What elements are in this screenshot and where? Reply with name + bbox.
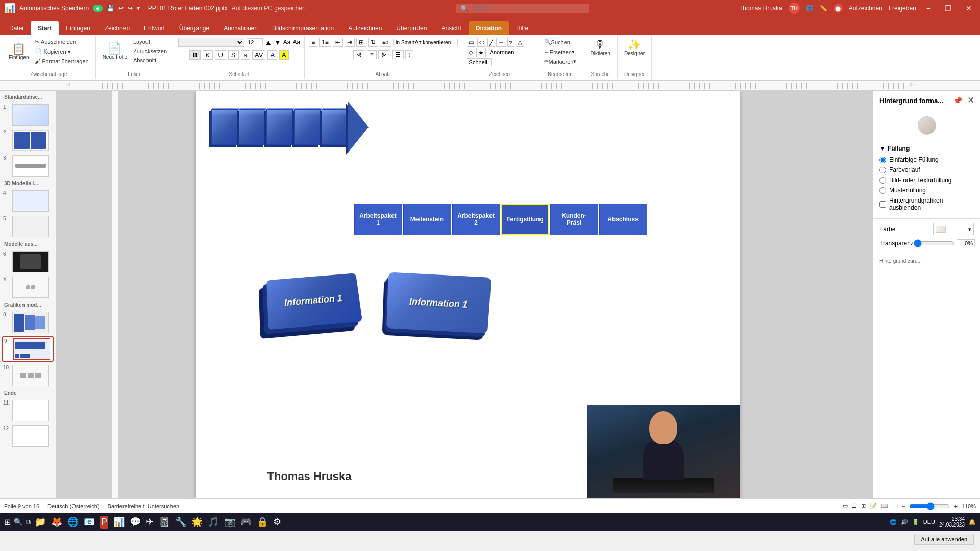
shape-oval[interactable]: ⬭ [477, 38, 486, 47]
app-misc4[interactable]: 📷 [224, 516, 235, 528]
freigeben-btn[interactable]: Freigeben [889, 5, 916, 12]
align-left-btn[interactable]: ⫷ [353, 50, 365, 59]
shape-diamond[interactable]: ◇ [467, 48, 475, 57]
slide-thumb-12[interactable]: 12 [2, 424, 54, 448]
slide-thumb-1[interactable]: 1 [2, 103, 54, 127]
schnellformat-btn[interactable]: Schnell- [467, 58, 492, 66]
diktieren-btn[interactable]: 🎙 Diktieren [587, 38, 612, 58]
line-spacing-btn[interactable]: ↕ [405, 50, 413, 59]
list-bullet-btn[interactable]: ≡ [309, 38, 317, 47]
list-num-btn[interactable]: 1≡ [319, 38, 331, 47]
info-box-2[interactable]: Arbeitspaket2 [452, 204, 500, 235]
text-dir-btn[interactable]: ⇅ [368, 38, 378, 47]
slide-canvas[interactable]: Arbeitspaket1 Meilenstein Arbeitspaket2 … [196, 91, 740, 498]
paste-btn[interactable]: 📋 Einfügen [6, 42, 31, 62]
app-onenote[interactable]: 📓 [159, 516, 170, 528]
slide-thumb-5[interactable]: 5 [2, 215, 54, 238]
tab-aufzeichnen[interactable]: Aufzeichnen [341, 21, 389, 35]
view-notizen-btn[interactable]: 📝 [870, 503, 877, 509]
win-restore[interactable]: ❐ [941, 3, 955, 13]
info-box-3[interactable]: Fertigstllung [501, 204, 549, 235]
app-misc6[interactable]: 🔒 [257, 516, 268, 528]
color-picker-btn[interactable]: ▾ [933, 223, 974, 235]
view-lesemodus-btn[interactable]: 📖 [881, 503, 888, 509]
radio-farbverlauf[interactable]: Farbverlauf [879, 166, 974, 173]
slide-thumb-10[interactable]: 10 [2, 364, 54, 387]
app-misc3[interactable]: 🎵 [208, 516, 219, 528]
align-right-btn[interactable]: ⫸ [378, 50, 390, 59]
italic-btn[interactable]: K [203, 50, 213, 60]
format-panel-pin[interactable]: 📌 [951, 95, 964, 106]
text-align-btn[interactable]: ≡↕ [380, 38, 391, 47]
network-taskbar[interactable]: 🌐 [890, 519, 897, 525]
markieren-btn[interactable]: ✏ Markieren ▾ [542, 57, 579, 66]
zoom-in-btn[interactable]: + [954, 503, 957, 509]
shape-star[interactable]: ★ [476, 48, 486, 57]
shape-more[interactable]: ▿ [507, 38, 514, 47]
tab-ansicht[interactable]: Ansicht [434, 21, 468, 35]
win-close[interactable]: ✕ [962, 3, 976, 13]
toolbar-undo[interactable]: ↩ [118, 5, 124, 12]
clear-format-btn[interactable]: Aa [283, 39, 291, 46]
shape-line[interactable]: ╱ [487, 38, 495, 47]
radio-einfarbig[interactable]: Einfarbige Füllung [879, 156, 974, 163]
radio-bild-input[interactable] [879, 177, 886, 184]
strikethrough-btn[interactable]: S [228, 50, 239, 60]
toolbar-redo[interactable]: ↪ [128, 5, 133, 12]
checkbox-hintergrund[interactable]: Hintergrundgrafiken ausblenden [879, 197, 974, 211]
zoom-slider[interactable] [909, 502, 950, 510]
cols-btn[interactable]: ⊞ [356, 38, 366, 47]
radio-muster[interactable]: Musterfüllung [879, 187, 974, 194]
app-explorer[interactable]: 📁 [35, 516, 46, 528]
designer-btn[interactable]: ✨ Designer [622, 38, 647, 58]
autosave-toggle[interactable]: ● [93, 5, 103, 12]
smartart-btn[interactable]: In SmartArt konvertieren... [393, 39, 458, 46]
app-misc7[interactable]: ⚙ [273, 516, 281, 528]
shape-arrow[interactable]: → [496, 38, 506, 47]
shadow-btn[interactable]: s [241, 50, 251, 60]
app-misc5[interactable]: 🎮 [240, 516, 252, 528]
checkbox-hintergrund-input[interactable] [879, 201, 886, 208]
info-box-5[interactable]: Abschluss [599, 204, 647, 235]
slide-thumb-8[interactable]: 8 [2, 311, 54, 334]
view-normal-btn[interactable]: ▭ [843, 503, 848, 509]
tab-dictation[interactable]: Dictation [469, 21, 509, 35]
info-box-1[interactable]: Meilenstein [403, 204, 451, 235]
info-box-4[interactable]: Kunden-Präsi [550, 204, 598, 235]
app-misc2[interactable]: 🌟 [191, 516, 203, 528]
tab-hilfe[interactable]: Hilfe [509, 21, 535, 35]
ersetzen-btn[interactable]: ↔ Ersetzen ▾ [542, 47, 579, 56]
tab-entwurf[interactable]: Entwurf [137, 21, 172, 35]
aufzeichnen-btn[interactable]: Aufzeichnen [849, 5, 883, 12]
app-misc1[interactable]: 🔧 [175, 516, 186, 528]
app-firefox[interactable]: 🦊 [51, 516, 62, 528]
panel-section-header[interactable]: ▼ Füllung [879, 145, 974, 152]
font-family-select[interactable] [178, 38, 244, 47]
tab-animationen[interactable]: Animationen [216, 21, 265, 35]
view-sortierung-btn[interactable]: ⊞ [861, 503, 866, 509]
neue-folie-btn[interactable]: 📄 Neue Folie [100, 41, 130, 61]
format-panel-close[interactable]: ✕ [967, 95, 974, 106]
indent-right-btn[interactable]: ⇥ [345, 38, 355, 47]
search-input[interactable] [472, 5, 574, 12]
kopieren-btn[interactable]: 📄 Kopieren ▾ [32, 47, 91, 56]
font-color-btn[interactable]: A [267, 50, 277, 60]
slide-thumb-11[interactable]: 11 [2, 399, 54, 422]
info-3d-right[interactable]: Information 1 [387, 275, 482, 336]
info-3d-left[interactable]: Information 1 [267, 275, 362, 336]
char-spacing-btn[interactable]: AV [252, 50, 265, 60]
app-excel[interactable]: 📊 [113, 516, 125, 528]
quick-access-more[interactable]: ▾ [137, 5, 140, 12]
highlight-btn[interactable]: A [279, 50, 289, 60]
tab-ueberpruefen[interactable]: Überprüfen [389, 21, 434, 35]
tab-uebergaenge[interactable]: Übergänge [172, 21, 216, 35]
suchen-btn[interactable]: 🔍 Suchen [542, 38, 579, 46]
format-uebertragen-btn[interactable]: 🖌 Format übertragen [32, 57, 91, 65]
slide-thumb-2[interactable]: 2 [2, 129, 54, 152]
case-btn[interactable]: Aa [292, 39, 300, 46]
tab-bildschirm[interactable]: Bildschirmpräsentation [265, 21, 341, 35]
info-box-0[interactable]: Arbeitspaket1 [354, 204, 402, 235]
zoom-out-btn[interactable]: − [902, 503, 905, 509]
toolbar-save[interactable]: 💾 [107, 5, 114, 12]
radio-einfarbig-input[interactable] [879, 157, 886, 163]
